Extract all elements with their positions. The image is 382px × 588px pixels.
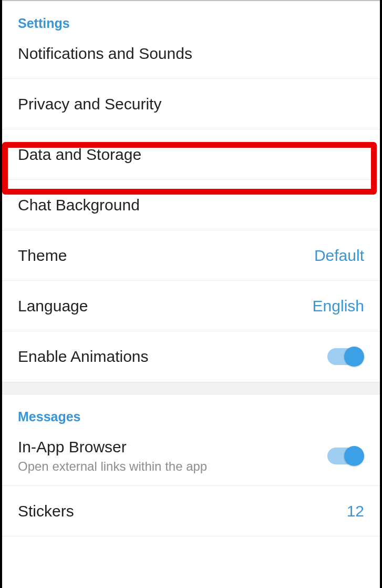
settings-item-data-storage[interactable]: Data and Storage (2, 129, 380, 180)
messages-item-browser[interactable]: In-App Browser Open external links withi… (2, 433, 380, 486)
privacy-label: Privacy and Security (18, 95, 161, 113)
settings-item-theme[interactable]: Theme Default (2, 230, 380, 281)
language-label: Language (18, 297, 88, 315)
stickers-value: 12 (347, 502, 364, 520)
theme-value: Default (314, 247, 364, 265)
settings-item-chat-background[interactable]: Chat Background (2, 180, 380, 230)
animations-label: Enable Animations (18, 348, 149, 366)
chat-background-label: Chat Background (18, 196, 140, 214)
browser-label: In-App Browser (18, 438, 207, 456)
animations-toggle[interactable] (327, 348, 362, 365)
messages-item-stickers[interactable]: Stickers 12 (2, 486, 380, 536)
settings-item-language[interactable]: Language English (2, 281, 380, 331)
toggle-knob-icon (344, 446, 364, 466)
settings-item-animations[interactable]: Enable Animations (2, 331, 380, 382)
messages-section-header: Messages (2, 394, 380, 433)
settings-section-header: Settings (2, 1, 380, 39)
browser-toggle[interactable] (327, 448, 362, 464)
data-storage-label: Data and Storage (18, 146, 141, 164)
toggle-knob-icon (344, 347, 364, 367)
settings-item-privacy[interactable]: Privacy and Security (2, 79, 380, 129)
settings-item-notifications[interactable]: Notifications and Sounds (2, 39, 380, 79)
notifications-label: Notifications and Sounds (18, 45, 192, 63)
language-value: English (313, 297, 364, 315)
section-divider (2, 382, 380, 394)
browser-subtitle: Open external links within the app (18, 459, 207, 474)
theme-label: Theme (18, 247, 67, 265)
stickers-label: Stickers (18, 502, 74, 520)
